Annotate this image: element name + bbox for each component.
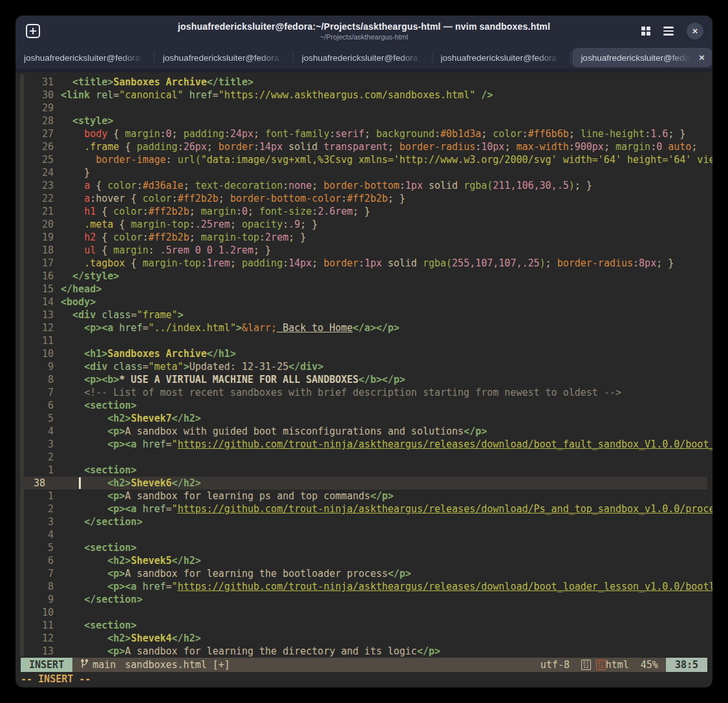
code-line: 1 <p>A sandbox for learning ps and top c… <box>21 490 707 503</box>
line-number: 3 <box>29 515 54 528</box>
tab-label: joshuafredericksluiter@fedora:~ <box>163 53 287 63</box>
terminal-tab-1[interactable]: joshuafredericksluiter@fedora:~ <box>16 47 155 69</box>
code-line: 25 border-image: url("data:image/svg+xml… <box>21 153 707 166</box>
line-number: 22 <box>29 192 54 205</box>
line-number: 10 <box>29 347 54 360</box>
code-line: 4 <box>21 528 707 541</box>
text-cursor <box>79 477 81 489</box>
vim-command-line: -- INSERT -- <box>21 672 91 687</box>
line-number: 5 <box>29 412 54 425</box>
tab-label: joshuafredericksluiter@fedora:~ <box>302 53 426 63</box>
code-line: 10 <box>21 606 707 619</box>
terminal-window: + joshuafredericksluiter@fedora:~/Projec… <box>16 16 712 687</box>
code-line: 11 <section> <box>21 619 707 632</box>
code-line: 11 <box>21 334 707 347</box>
line-number: 29 <box>29 102 54 114</box>
code-line: 6 <h2>Shevek5</h2> <box>21 554 707 567</box>
code-line: 7 <!-- List of most recent sandboxes wit… <box>21 386 707 399</box>
line-number: 30 <box>29 89 54 102</box>
tab-bar: joshuafredericksluiter@fedora:~joshuafre… <box>16 47 712 72</box>
code-line: 15</head> <box>21 283 707 296</box>
code-line: 7 <p>A sandbox for learning the bootload… <box>21 567 707 580</box>
line-number: 4 <box>29 528 54 541</box>
code-line: 2 <p><a href="https://github.com/trout-n… <box>21 503 707 515</box>
line-number: 15 <box>29 283 54 296</box>
code-lines: 31 <title>Sanboxes Archive</title>30<lin… <box>21 76 707 658</box>
line-number: 13 <box>29 308 54 321</box>
new-tab-button[interactable]: + <box>26 24 40 38</box>
code-line: 17 .tagbox { margin-top:1rem; padding:14… <box>21 257 707 270</box>
line-number: 25 <box>29 153 54 166</box>
code-line: 12 <h2>Shevek4</h2> <box>21 632 707 645</box>
missing-glyph-icon: E712 <box>581 660 591 670</box>
tab-overview-icon[interactable] <box>641 27 650 36</box>
code-line: 19 h2 { color:#ff2b2b; margin-top:2rem; … <box>21 231 707 244</box>
window-title-block: joshuafredericksluiter@fedora:~/Projects… <box>16 21 712 41</box>
line-number: 26 <box>29 140 54 153</box>
window-subtitle: ~/Projects/asktheargus-html <box>16 33 712 41</box>
code-line: 13 <p>A sandbox for learning the directo… <box>21 645 707 658</box>
code-line: 26 .frame { padding:26px; border:14px so… <box>21 140 707 153</box>
line-number: 31 <box>29 76 54 89</box>
missing-glyph-html-icon: E736 <box>596 660 606 670</box>
terminal-tab-4[interactable]: joshuafredericksluiter@fedora:~ <box>433 47 572 69</box>
line-number: 3 <box>29 438 54 451</box>
line-number: 12 <box>29 321 54 334</box>
line-number: 38 <box>29 477 54 490</box>
cursor-position: 38:5 <box>666 658 707 672</box>
tab-close-icon[interactable]: × <box>698 53 705 62</box>
tab-label: joshuafredericksluiter@fedora:~ <box>24 53 148 63</box>
code-line: 5 <section> <box>21 541 707 554</box>
line-number: 8 <box>29 580 54 593</box>
line-number: 8 <box>29 373 54 386</box>
code-line: 10 <h1>Sandboxes Archive</h1> <box>21 347 707 360</box>
line-number: 4 <box>29 425 54 438</box>
line-number: 12 <box>29 632 54 645</box>
line-number: 11 <box>29 334 54 347</box>
code-line: 6 <section> <box>21 399 707 412</box>
code-line: 16 </style> <box>21 270 707 283</box>
terminal-tab-5[interactable]: joshuafredericksluiter@fedora:~× <box>572 48 712 67</box>
tab-label: joshuafredericksluiter@fedora:~ <box>581 53 694 63</box>
code-line: 2 <box>21 451 707 464</box>
line-number: 13 <box>29 645 54 658</box>
code-line: 12 <p><a href="../index.html">&larr; Bac… <box>21 321 707 334</box>
line-number: 2 <box>29 451 54 464</box>
code-line: 20 .meta { margin-top:.25rem; opacity:.9… <box>21 218 707 231</box>
code-line: 8 <p><a href="https://github.com/trout-n… <box>21 580 707 593</box>
editor-area[interactable]: 31 <title>Sanboxes Archive</title>30<lin… <box>16 72 712 658</box>
line-number: 27 <box>29 127 54 140</box>
code-line: 3 <p><a href="https://github.com/trout-n… <box>21 438 707 451</box>
line-number: 28 <box>29 114 54 127</box>
git-branch-icon <box>80 659 89 671</box>
scroll-percent: 45% <box>641 659 658 671</box>
line-number: 1 <box>29 490 54 503</box>
line-number: 7 <box>29 386 54 399</box>
code-line-current: 38 <h2>Shevek6</h2> <box>21 477 707 490</box>
line-number: 6 <box>29 554 54 567</box>
line-number: 21 <box>29 205 54 218</box>
hamburger-menu-icon[interactable] <box>663 27 674 36</box>
code-line: 27 body { margin:0; padding:24px; font-f… <box>21 127 707 140</box>
code-line: 5 <h2>Shevek7</h2> <box>21 412 707 425</box>
terminal-tab-3[interactable]: joshuafredericksluiter@fedora:~ <box>294 47 433 69</box>
terminal-tab-2[interactable]: joshuafredericksluiter@fedora:~ <box>155 47 294 69</box>
line-number: 18 <box>29 244 54 257</box>
code-line: 30<link rel="canonical" href="https://ww… <box>21 89 707 102</box>
code-line: 22 a:hover { color:#ff2b2b; border-botto… <box>21 192 707 205</box>
statusline: INSERT main sandboxes.html [+] utf-8 E71… <box>21 658 707 672</box>
line-number: 14 <box>29 296 54 308</box>
line-number: 16 <box>29 270 54 283</box>
line-number: 9 <box>29 593 54 606</box>
code-line: 4 <p>A sandbox with guided boot misconfi… <box>21 425 707 438</box>
code-line: 14<body> <box>21 296 707 308</box>
line-number: 23 <box>29 179 54 192</box>
line-number: 6 <box>29 399 54 412</box>
code-line: 29 <box>21 102 707 114</box>
filetype-label: html <box>606 659 629 671</box>
window-close-button[interactable]: × <box>687 23 703 39</box>
code-line: 1 <section> <box>21 464 707 477</box>
line-number: 5 <box>29 541 54 554</box>
header-bar: + joshuafredericksluiter@fedora:~/Projec… <box>16 16 712 47</box>
window-title: joshuafredericksluiter@fedora:~/Projects… <box>16 21 712 32</box>
